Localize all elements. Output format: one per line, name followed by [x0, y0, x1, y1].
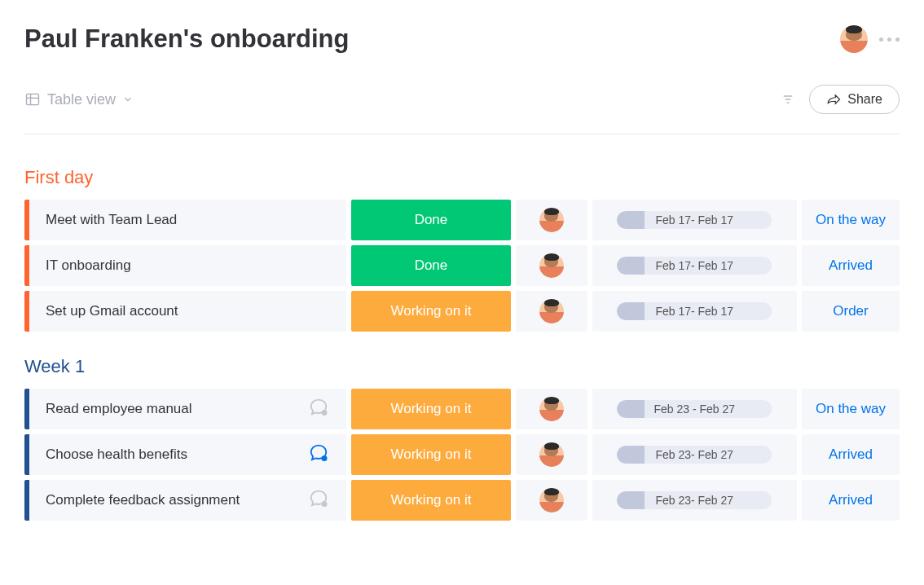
table-row: Choose health benefits Working on it Feb…	[24, 434, 900, 475]
task-name: Meet with Team Lead	[46, 212, 330, 228]
task-name: Read employee manual	[46, 401, 307, 417]
toolbar: Table view Share	[24, 85, 900, 134]
timeline-pill: Feb 23 - Feb 27	[617, 400, 772, 418]
group-color-bar	[24, 245, 29, 286]
task-name: Complete feedback assignment	[46, 492, 307, 508]
group-title[interactable]: Week 1	[24, 356, 900, 377]
chat-icon[interactable]	[307, 396, 330, 422]
status-label: Working on it	[391, 401, 472, 417]
user-avatar[interactable]	[840, 25, 868, 53]
group-first-day: First day Meet with Team Lead Done Feb 1…	[24, 167, 900, 332]
group-color-bar	[24, 389, 29, 429]
svg-point-6	[322, 410, 328, 416]
assignee-avatar	[539, 397, 564, 421]
timeline-cell[interactable]: Feb 23- Feb 27	[592, 434, 797, 475]
action-cell[interactable]: Arrived	[802, 480, 900, 521]
task-cell[interactable]: Meet with Team Lead	[24, 200, 346, 240]
timeline-cell[interactable]: Feb 17- Feb 17	[592, 245, 797, 286]
status-cell[interactable]: Working on it	[351, 389, 511, 429]
action-cell[interactable]: On the way	[802, 389, 900, 429]
table-row: Meet with Team Lead Done Feb 17- Feb 17 …	[24, 200, 900, 240]
person-cell[interactable]	[516, 480, 587, 521]
task-cell[interactable]: Choose health benefits	[24, 434, 346, 475]
group-color-bar	[24, 480, 29, 521]
assignee-avatar	[539, 442, 564, 467]
group-color-bar	[24, 291, 29, 332]
action-label: Order	[833, 303, 868, 319]
status-cell[interactable]: Done	[351, 245, 511, 286]
action-label: On the way	[816, 401, 886, 417]
header: Paul Franken's onboarding	[24, 24, 900, 54]
assignee-avatar	[539, 253, 564, 278]
timeline-cell[interactable]: Feb 23- Feb 27	[592, 480, 797, 521]
task-name: Set up Gmail account	[46, 303, 330, 319]
chat-icon[interactable]	[307, 442, 330, 468]
status-cell[interactable]: Working on it	[351, 434, 511, 475]
timeline-label: Feb 23- Feb 27	[617, 494, 772, 507]
timeline-pill: Feb 23- Feb 27	[617, 446, 772, 464]
table-row: Complete feedback assignment Working on …	[24, 480, 900, 521]
timeline-pill: Feb 17- Feb 17	[617, 257, 772, 275]
timeline-pill: Feb 23- Feb 27	[617, 491, 772, 509]
svg-point-7	[322, 455, 328, 461]
table-row: Set up Gmail account Working on it Feb 1…	[24, 291, 900, 332]
timeline-label: Feb 17- Feb 17	[617, 259, 772, 272]
more-options-button[interactable]	[879, 37, 900, 42]
status-label: Done	[415, 257, 448, 274]
timeline-pill: Feb 17- Feb 17	[617, 302, 772, 320]
person-cell[interactable]	[516, 291, 587, 332]
status-label: Done	[415, 212, 448, 228]
action-cell[interactable]: Arrived	[802, 434, 900, 475]
timeline-label: Feb 23 - Feb 27	[617, 402, 772, 416]
task-cell[interactable]: IT onboarding	[24, 245, 346, 286]
board: First day Meet with Team Lead Done Feb 1…	[24, 167, 900, 521]
action-cell[interactable]: On the way	[802, 200, 900, 240]
chevron-down-icon	[122, 94, 134, 105]
timeline-cell[interactable]: Feb 17- Feb 17	[592, 200, 797, 240]
group-title[interactable]: First day	[24, 167, 900, 188]
status-label: Working on it	[391, 303, 472, 319]
action-label: Arrived	[829, 257, 873, 274]
timeline-label: Feb 17- Feb 17	[617, 305, 772, 318]
share-icon	[826, 94, 841, 105]
svg-point-8	[322, 501, 328, 507]
status-cell[interactable]: Working on it	[351, 480, 511, 521]
action-label: Arrived	[829, 446, 873, 463]
group-color-bar	[24, 200, 29, 240]
person-cell[interactable]	[516, 434, 587, 475]
task-name: Choose health benefits	[46, 446, 307, 463]
assignee-avatar	[539, 488, 564, 512]
timeline-cell[interactable]: Feb 23 - Feb 27	[592, 389, 797, 429]
person-cell[interactable]	[516, 389, 587, 429]
person-cell[interactable]	[516, 245, 587, 286]
svg-rect-0	[27, 94, 39, 104]
group-color-bar	[24, 434, 29, 475]
person-cell[interactable]	[516, 200, 587, 240]
status-cell[interactable]: Done	[351, 200, 511, 240]
filter-button[interactable]	[781, 93, 794, 106]
group-week-1: Week 1 Read employee manual Working on i…	[24, 356, 900, 521]
share-label: Share	[847, 92, 882, 107]
timeline-pill: Feb 17- Feb 17	[617, 211, 772, 229]
timeline-cell[interactable]: Feb 17- Feb 17	[592, 291, 797, 332]
table-row: IT onboarding Done Feb 17- Feb 17 Arrive…	[24, 245, 900, 286]
timeline-label: Feb 23- Feb 27	[617, 448, 772, 461]
action-label: On the way	[816, 212, 886, 228]
view-switcher[interactable]: Table view	[24, 91, 134, 108]
view-label: Table view	[47, 91, 116, 108]
action-label: Arrived	[829, 492, 873, 508]
task-name: IT onboarding	[46, 257, 330, 274]
timeline-label: Feb 17- Feb 17	[617, 213, 772, 227]
action-cell[interactable]: Order	[802, 291, 900, 332]
chat-icon[interactable]	[307, 487, 330, 513]
task-cell[interactable]: Read employee manual	[24, 389, 346, 429]
filter-icon	[781, 93, 794, 106]
share-button[interactable]: Share	[809, 85, 900, 114]
task-cell[interactable]: Complete feedback assignment	[24, 480, 346, 521]
status-cell[interactable]: Working on it	[351, 291, 511, 332]
assignee-avatar	[539, 299, 564, 323]
task-cell[interactable]: Set up Gmail account	[24, 291, 346, 332]
header-right	[840, 25, 900, 53]
action-cell[interactable]: Arrived	[802, 245, 900, 286]
table-row: Read employee manual Working on it Feb 2…	[24, 389, 900, 429]
